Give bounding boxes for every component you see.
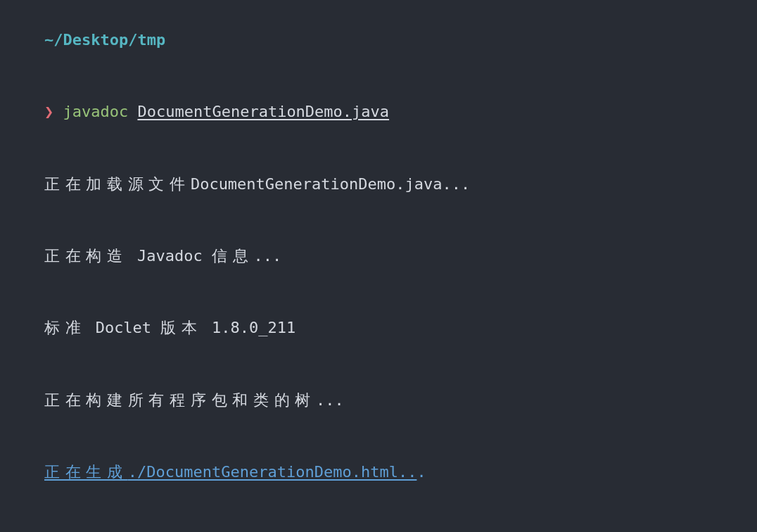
output-text: 标准 <box>44 319 86 336</box>
output-text: ... <box>316 391 344 409</box>
output-text: Doclet <box>86 319 160 336</box>
output-line: 正在构建所有程序包和类的树... <box>7 364 750 436</box>
output-link-line[interactable]: 正在生成./DocumentGenerationDemo.html... <box>7 436 750 508</box>
generated-file-link[interactable]: ./DocumentGenerationDemo.html.. <box>128 463 417 481</box>
output-text: ... <box>253 247 281 265</box>
output-text: 正在构建所有程序包和类的树 <box>44 391 316 409</box>
output-line: 标准 Doclet 版本 1.8.0_211 <box>7 292 750 364</box>
output-text: 信息 <box>212 247 253 265</box>
output-text: 1.8.0_211 <box>203 319 295 336</box>
output-line: 正在构造 Javadoc 信息... <box>7 220 750 292</box>
output-text: Javadoc <box>128 247 212 265</box>
output-text: 正在加载源文件 <box>44 175 191 193</box>
space <box>53 103 63 120</box>
output-text: DocumentGenerationDemo.java... <box>191 175 470 193</box>
output-text: 正在生成 <box>44 463 128 481</box>
output-text: 正在构造 <box>44 247 128 265</box>
output-line: 正在加载源文件DocumentGenerationDemo.java... <box>7 148 750 220</box>
output-text: . <box>416 463 426 481</box>
prompt-symbol: ❯ <box>44 103 53 120</box>
cwd-path: ~/Desktop/tmp <box>44 31 165 49</box>
terminal-window[interactable]: ~/Desktop/tmp ❯ javadoc DocumentGenerati… <box>0 0 757 532</box>
command-line[interactable]: ❯ javadoc DocumentGenerationDemo.java <box>7 76 750 148</box>
output-line: 正在生成./package-frame.html... <box>7 508 750 532</box>
space <box>128 103 137 120</box>
output-text: 版本 <box>160 319 202 336</box>
command-argument: DocumentGenerationDemo.java <box>137 103 389 120</box>
cwd-line: ~/Desktop/tmp <box>7 4 750 76</box>
command: javadoc <box>63 103 128 120</box>
